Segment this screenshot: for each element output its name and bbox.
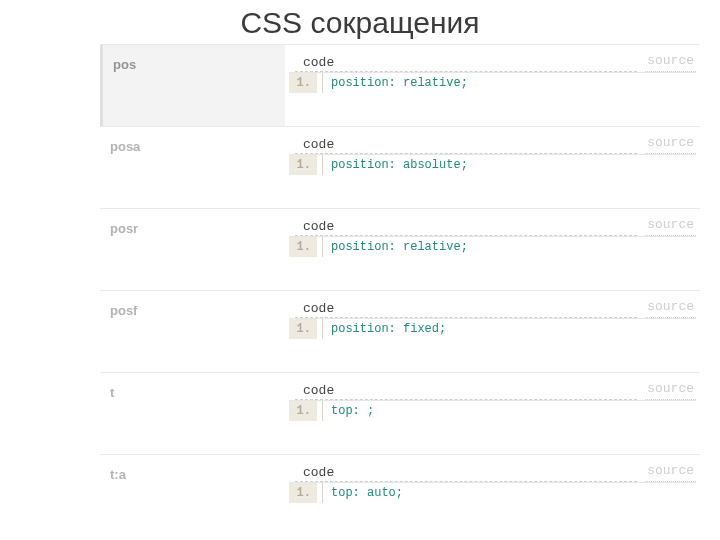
tab-code[interactable]: code [295, 135, 637, 154]
abbr-text: posr [110, 221, 138, 236]
abbr-cell[interactable]: pos [100, 45, 285, 126]
code-line: 1. position: fixed; [289, 319, 696, 339]
abbr-cell[interactable]: t [100, 373, 285, 454]
expansion-cell: code source 1. position: relative; [285, 45, 700, 126]
line-number: 1. [289, 319, 317, 339]
css-value: relative [403, 76, 461, 90]
css-property: position [331, 322, 389, 336]
code-text: position: relative; [323, 237, 696, 257]
code-text: position: relative; [323, 73, 696, 93]
page-title: CSS сокращения [0, 6, 720, 40]
code-tabs: code source [289, 53, 696, 73]
code-line: 1. position: relative; [289, 237, 696, 257]
code-tabs: code source [289, 381, 696, 401]
tab-source[interactable]: source [645, 135, 696, 154]
tab-source[interactable]: source [645, 217, 696, 236]
table-row: posa code source 1. position: absolute; [100, 126, 700, 208]
table-row: t:a code source 1. top: auto; [100, 454, 700, 536]
line-number: 1. [289, 237, 317, 257]
css-property: top [331, 486, 353, 500]
tab-source[interactable]: source [645, 381, 696, 400]
expansion-cell: code source 1. position: absolute; [285, 127, 700, 208]
table-row: pos code source 1. position: relative; [100, 44, 700, 126]
code-line: 1. top: auto; [289, 483, 696, 503]
code-tabs: code source [289, 299, 696, 319]
code-text: position: fixed; [323, 319, 696, 339]
css-value: relative [403, 240, 461, 254]
css-property: position [331, 76, 389, 90]
abbr-cell[interactable]: posr [100, 209, 285, 290]
code-text: top: ; [323, 401, 696, 421]
css-value: auto [367, 486, 396, 500]
expansion-cell: code source 1. position: fixed; [285, 291, 700, 372]
table-row: posr code source 1. position: relative; [100, 208, 700, 290]
css-property: top [331, 404, 353, 418]
code-line: 1. position: absolute; [289, 155, 696, 175]
abbr-text: t [110, 385, 114, 400]
abbr-cell[interactable]: posf [100, 291, 285, 372]
abbr-text: pos [113, 57, 136, 72]
line-number: 1. [289, 155, 317, 175]
code-tabs: code source [289, 217, 696, 237]
tab-code[interactable]: code [295, 299, 637, 318]
code-tabs: code source [289, 463, 696, 483]
expansion-cell: code source 1. top: auto; [285, 455, 700, 536]
code-text: position: absolute; [323, 155, 696, 175]
code-line: 1. position: relative; [289, 73, 696, 93]
table-row: posf code source 1. position: fixed; [100, 290, 700, 372]
line-number: 1. [289, 73, 317, 93]
css-value: absolute [403, 158, 461, 172]
line-number: 1. [289, 401, 317, 421]
expansion-cell: code source 1. top: ; [285, 373, 700, 454]
expansion-cell: code source 1. position: relative; [285, 209, 700, 290]
tab-source[interactable]: source [645, 463, 696, 482]
abbr-text: posa [110, 139, 140, 154]
line-number: 1. [289, 483, 317, 503]
shortcuts-table: pos code source 1. position: relative; p… [100, 44, 700, 536]
css-property: position [331, 158, 389, 172]
abbr-cell[interactable]: t:a [100, 455, 285, 536]
tab-code[interactable]: code [295, 381, 637, 400]
tab-source[interactable]: source [645, 53, 696, 72]
abbr-text: t:a [110, 467, 126, 482]
tab-source[interactable]: source [645, 299, 696, 318]
table-row: t code source 1. top: ; [100, 372, 700, 454]
abbr-text: posf [110, 303, 137, 318]
tab-code[interactable]: code [295, 217, 637, 236]
code-line: 1. top: ; [289, 401, 696, 421]
tab-code[interactable]: code [295, 463, 637, 482]
code-tabs: code source [289, 135, 696, 155]
abbr-cell[interactable]: posa [100, 127, 285, 208]
css-value: fixed [403, 322, 439, 336]
code-text: top: auto; [323, 483, 696, 503]
tab-code[interactable]: code [295, 53, 637, 72]
css-property: position [331, 240, 389, 254]
